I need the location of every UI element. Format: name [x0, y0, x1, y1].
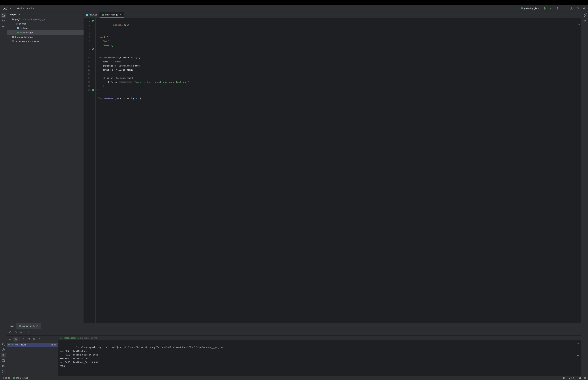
svg-point-21 — [17, 27, 19, 29]
database-icon — [583, 19, 586, 22]
more-tools-button[interactable] — [1, 24, 6, 29]
tree-item-gomod[interactable]: go.mod — [7, 21, 84, 26]
chevron-down-icon — [33, 7, 34, 9]
svg-point-42 — [39, 340, 40, 340]
database-button[interactable] — [582, 19, 587, 23]
run-button[interactable] — [543, 6, 548, 11]
tab-main[interactable]: main.go — [84, 12, 99, 18]
editor-tabs: main.go main_test.go — [84, 12, 581, 18]
project-panel-header[interactable]: Project — [7, 12, 84, 17]
go-test-icon — [19, 325, 21, 327]
indent[interactable]: Tab — [578, 377, 581, 379]
go-test-icon — [13, 377, 15, 379]
run-test-gutter-icon[interactable] — [92, 89, 95, 91]
services-tool-button[interactable] — [1, 347, 6, 352]
editor-viewport[interactable]: 123456789101112131415161718 package main… — [84, 18, 581, 323]
tabs-more-button[interactable] — [576, 12, 581, 17]
scroll-down-button[interactable] — [575, 347, 580, 352]
test-tree-panel: Test Results 81 ms — [7, 336, 58, 376]
rerun-icon — [9, 331, 12, 334]
notifications-button[interactable] — [582, 13, 587, 18]
breadcrumb[interactable]: go_fx main_test.go — [2, 377, 28, 379]
encoding[interactable]: UTF-8 — [569, 377, 575, 379]
tree-scratches[interactable]: Scratches and Consoles — [7, 39, 84, 43]
sort-button[interactable] — [21, 337, 26, 342]
svg-point-43 — [584, 20, 586, 21]
vcs-tool-button[interactable] — [1, 369, 6, 374]
toolbar-right: go test go_fx — [519, 6, 586, 11]
run-config-tab-label: go test go_fx — [22, 325, 35, 327]
console-output[interactable]: /usr/local/go/bin/go tool test2json -t /… — [58, 340, 581, 376]
status-right: LF UTF-8 Tab — [563, 377, 586, 379]
more-horiz-icon — [2, 25, 5, 28]
toolbar-more-button[interactable] — [26, 330, 31, 335]
run-config-tab[interactable]: go test go_fx — [16, 323, 41, 329]
structure-tool-button[interactable] — [1, 19, 6, 23]
soft-wrap-button[interactable] — [575, 353, 580, 358]
expand-icon — [28, 338, 30, 340]
tree-external-libs[interactable]: External Libraries — [7, 35, 84, 39]
history-button[interactable] — [32, 337, 37, 342]
macos-titlebar — [0, 0, 588, 5]
chevron-right-icon — [13, 23, 15, 24]
svg-point-30 — [578, 15, 578, 16]
line-ending[interactable]: LF — [563, 377, 566, 379]
go-test-icon — [102, 14, 104, 16]
tab-label: main.go — [90, 13, 97, 16]
tree-item-label: Scratches and Consoles — [15, 40, 39, 43]
terminal-tool-button[interactable] — [1, 358, 6, 363]
git-branch-icon — [2, 370, 5, 373]
more-actions-button[interactable] — [555, 6, 560, 11]
svg-rect-45 — [13, 377, 15, 379]
tree-root[interactable]: go_fx ~/GolandProjects/go_fx — [7, 17, 84, 21]
readonly-toggle[interactable] — [584, 377, 586, 379]
svg-point-18 — [2, 370, 3, 371]
project-selector[interactable]: go_fx — [2, 6, 13, 10]
expand-button[interactable] — [26, 337, 31, 342]
gear-icon — [583, 7, 585, 10]
vcs-dropdown[interactable]: Version control — [16, 6, 36, 10]
rerun-failed-button[interactable] — [13, 330, 18, 335]
run-all-gutter-icon[interactable] — [92, 19, 95, 22]
more-vert-icon — [27, 331, 30, 334]
stop-button[interactable] — [19, 330, 23, 335]
project-tool-button[interactable] — [1, 13, 6, 18]
inspection-ok-icon[interactable] — [559, 19, 580, 31]
run-config-selector[interactable]: go test go_fx — [519, 6, 541, 10]
search-button[interactable] — [575, 6, 580, 11]
close-tab-button[interactable] — [119, 13, 122, 16]
show-passed-button[interactable] — [8, 337, 13, 342]
tree-item-main[interactable]: main.go — [7, 26, 84, 30]
test-results-row[interactable]: Test Results 81 ms — [7, 343, 58, 347]
code-editor[interactable]: package main import ( "fmt" "testing" ) … — [96, 18, 581, 323]
hex-play-icon — [2, 348, 5, 351]
show-ignored-button[interactable] — [13, 337, 18, 342]
code-with-me-button[interactable] — [569, 6, 574, 11]
toolbar-left: go_fx Version control — [2, 6, 36, 10]
close-tab-button[interactable] — [36, 324, 38, 328]
svg-point-4 — [557, 9, 558, 9]
test-toolbar-more[interactable] — [37, 337, 42, 342]
scroll-up-button[interactable] — [575, 342, 580, 346]
settings-button[interactable] — [582, 6, 586, 11]
find-tool-button[interactable] — [1, 342, 6, 347]
line-gutter: 123456789101112131415161718 — [84, 18, 96, 323]
tests-status-bar: Tests passed: 2 of 2 tests – 81 ms — [58, 336, 581, 340]
run-test-gutter-icon[interactable] — [92, 48, 95, 51]
console-expand-button[interactable] — [575, 363, 580, 368]
problems-tool-button[interactable] — [1, 364, 6, 368]
run-tool-button[interactable] — [1, 353, 6, 358]
svg-point-1 — [550, 8, 552, 9]
more-vert-icon — [556, 7, 559, 10]
rerun-button[interactable] — [8, 330, 13, 335]
debug-button[interactable] — [549, 6, 554, 11]
tab-maintest[interactable]: main_test.go — [99, 12, 124, 18]
bug-icon — [550, 7, 553, 10]
svg-point-40 — [39, 338, 40, 339]
tree-item-maintest[interactable]: main_test.go — [7, 30, 84, 35]
notification-dot — [586, 13, 587, 15]
svg-rect-22 — [17, 32, 19, 33]
breadcrumb-file: main_test.go — [16, 377, 28, 379]
search-icon — [2, 343, 5, 346]
svg-point-37 — [29, 333, 29, 333]
